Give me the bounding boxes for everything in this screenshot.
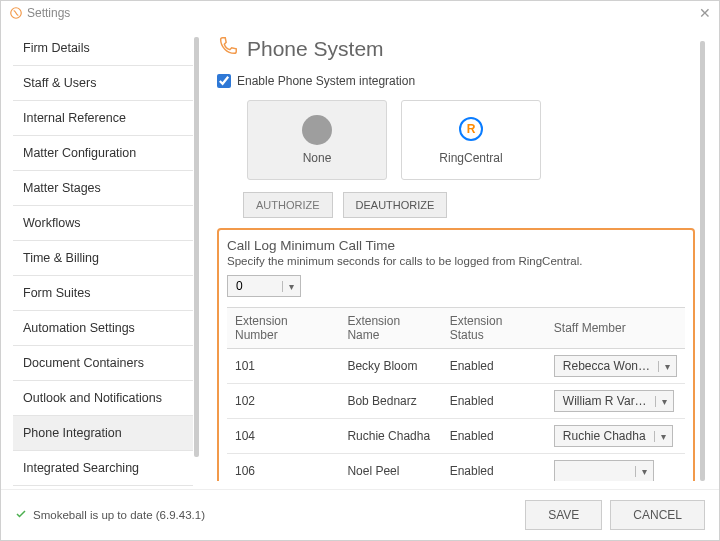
enable-integration-label: Enable Phone System integration	[237, 74, 415, 88]
close-icon[interactable]: ✕	[699, 5, 711, 21]
table-row: 101 Becky Bloom Enabled Rebecca Won… ▾	[227, 349, 685, 384]
sidebar-item-label: Time & Billing	[23, 251, 99, 265]
cell-ext-number: 104	[227, 419, 339, 454]
sidebar-item-label: Firm Details	[23, 41, 90, 55]
col-ext-number[interactable]: Extension Number	[227, 308, 339, 349]
sidebar-item-workflows[interactable]: Workflows	[13, 206, 193, 241]
min-call-time-value: 0	[228, 279, 282, 293]
sidebar-item-label: Document Containers	[23, 356, 144, 370]
sidebar-item-internal-reference[interactable]: Internal Reference	[13, 101, 193, 136]
cell-ext-name: Ruchie Chadha	[339, 419, 441, 454]
ringcentral-icon: R	[458, 116, 484, 145]
provider-row: None R RingCentral	[217, 100, 695, 180]
enable-integration-row[interactable]: Enable Phone System integration	[217, 74, 695, 88]
sidebar: Firm Details Staff & Users Internal Refe…	[9, 27, 199, 481]
staff-dropdown[interactable]: William R Var… ▾	[554, 390, 674, 412]
extensions-table: Extension Number Extension Name Extensio…	[227, 307, 685, 481]
svg-text:R: R	[467, 122, 476, 136]
sidebar-item-label: Matter Stages	[23, 181, 101, 195]
authorize-button[interactable]: AUTHORIZE	[243, 192, 333, 218]
cell-staff: ▾	[546, 454, 685, 482]
footer: Smokeball is up to date (6.9.43.1) SAVE …	[1, 489, 719, 540]
sidebar-item-time-billing[interactable]: Time & Billing	[13, 241, 193, 276]
cell-ext-name: Bob Bednarz	[339, 384, 441, 419]
sidebar-item-label: Automation Settings	[23, 321, 135, 335]
cell-ext-name: Becky Bloom	[339, 349, 441, 384]
chevron-down-icon: ▾	[654, 431, 672, 442]
main-scrollbar[interactable]	[700, 41, 705, 481]
table-row: 102 Bob Bednarz Enabled William R Var… ▾	[227, 384, 685, 419]
check-icon	[15, 508, 27, 522]
table-row: 106 Noel Peel Enabled ▾	[227, 454, 685, 482]
call-log-subtitle: Specify the minimum seconds for calls to…	[227, 255, 685, 267]
col-staff-member[interactable]: Staff Member	[546, 308, 685, 349]
chevron-down-icon: ▾	[635, 466, 653, 477]
sidebar-item-firm-details[interactable]: Firm Details	[13, 31, 193, 66]
table-row: 104 Ruchie Chadha Enabled Ruchie Chadha …	[227, 419, 685, 454]
sidebar-item-outlook-notifications[interactable]: Outlook and Notifications	[13, 381, 193, 416]
window-title: Settings	[27, 6, 70, 20]
chevron-down-icon: ▾	[655, 396, 673, 407]
enable-integration-checkbox[interactable]	[217, 74, 231, 88]
staff-dropdown[interactable]: Ruchie Chadha ▾	[554, 425, 673, 447]
sidebar-item-phone-integration[interactable]: Phone Integration	[13, 416, 193, 451]
cancel-button[interactable]: CANCEL	[610, 500, 705, 530]
sidebar-item-matter-configuration[interactable]: Matter Configuration	[13, 136, 193, 171]
body: Firm Details Staff & Users Internal Refe…	[1, 27, 719, 489]
sidebar-item-label: Internal Reference	[23, 111, 126, 125]
none-icon	[302, 115, 332, 145]
sidebar-item-integrated-searching[interactable]: Integrated Searching	[13, 451, 193, 486]
main-panel: Phone System Enable Phone System integra…	[199, 27, 711, 481]
cell-ext-status: Enabled	[442, 349, 546, 384]
chevron-down-icon: ▾	[282, 281, 300, 292]
sidebar-item-matter-stages[interactable]: Matter Stages	[13, 171, 193, 206]
app-icon	[9, 6, 23, 20]
sidebar-item-form-suites[interactable]: Form Suites	[13, 276, 193, 311]
cell-ext-status: Enabled	[442, 384, 546, 419]
sidebar-item-label: Form Suites	[23, 286, 90, 300]
sidebar-item-document-containers[interactable]: Document Containers	[13, 346, 193, 381]
sidebar-item-label: Matter Configuration	[23, 146, 136, 160]
staff-dropdown[interactable]: Rebecca Won… ▾	[554, 355, 677, 377]
cell-staff: Rebecca Won… ▾	[546, 349, 685, 384]
sidebar-item-staff-users[interactable]: Staff & Users	[13, 66, 193, 101]
deauthorize-button[interactable]: DEAUTHORIZE	[343, 192, 448, 218]
status-row: Smokeball is up to date (6.9.43.1)	[15, 508, 205, 522]
table-body: 101 Becky Bloom Enabled Rebecca Won… ▾	[227, 349, 685, 482]
cell-staff: Ruchie Chadha ▾	[546, 419, 685, 454]
status-text: Smokeball is up to date (6.9.43.1)	[33, 509, 205, 521]
chevron-down-icon: ▾	[658, 361, 676, 372]
sidebar-item-label: Phone Integration	[23, 426, 122, 440]
cell-ext-number: 101	[227, 349, 339, 384]
cell-ext-status: Enabled	[442, 454, 546, 482]
sidebar-item-label: Outlook and Notifications	[23, 391, 162, 405]
settings-window: Settings ✕ Firm Details Staff & Users In…	[0, 0, 720, 541]
staff-value: Rebecca Won…	[555, 359, 658, 373]
provider-card-ringcentral[interactable]: R RingCentral	[401, 100, 541, 180]
provider-label: RingCentral	[439, 151, 502, 165]
cell-ext-number: 102	[227, 384, 339, 419]
page-title: Phone System	[247, 37, 384, 61]
min-call-time-dropdown[interactable]: 0 ▾	[227, 275, 301, 297]
cell-ext-name: Noel Peel	[339, 454, 441, 482]
cell-ext-number: 106	[227, 454, 339, 482]
cell-ext-status: Enabled	[442, 419, 546, 454]
titlebar: Settings ✕	[1, 1, 719, 27]
provider-card-none[interactable]: None	[247, 100, 387, 180]
sidebar-item-label: Workflows	[23, 216, 80, 230]
save-button[interactable]: SAVE	[525, 500, 602, 530]
sidebar-list: Firm Details Staff & Users Internal Refe…	[13, 31, 193, 477]
call-log-title: Call Log Minimum Call Time	[227, 238, 685, 253]
phone-icon	[217, 35, 239, 62]
staff-dropdown[interactable]: ▾	[554, 460, 654, 481]
call-log-section: Call Log Minimum Call Time Specify the m…	[217, 228, 695, 481]
sidebar-item-automation-settings[interactable]: Automation Settings	[13, 311, 193, 346]
col-ext-status[interactable]: Extension Status	[442, 308, 546, 349]
page-heading: Phone System	[217, 35, 695, 62]
sidebar-item-email-marketing[interactable]: Email Marketing	[13, 486, 193, 489]
staff-value: Ruchie Chadha	[555, 429, 654, 443]
provider-label: None	[303, 151, 332, 165]
col-ext-name[interactable]: Extension Name	[339, 308, 441, 349]
cell-staff: William R Var… ▾	[546, 384, 685, 419]
footer-buttons: SAVE CANCEL	[525, 500, 705, 530]
